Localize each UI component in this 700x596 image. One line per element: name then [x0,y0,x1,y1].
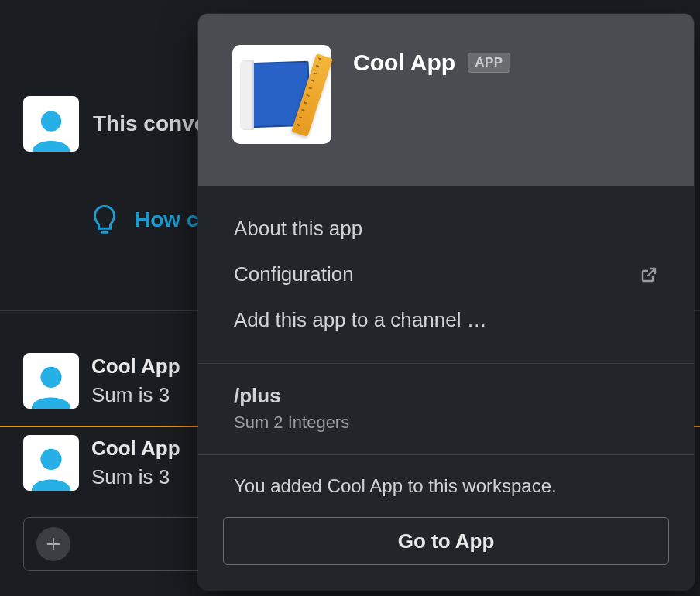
added-info: You added Cool App to this workspace. [198,458,694,503]
app-title-row: Cool App APP [353,45,510,76]
svg-point-3 [40,449,61,470]
message-sender[interactable]: Cool App [91,355,180,378]
menu-configuration[interactable]: Configuration [198,252,694,297]
person-avatar-icon [28,105,74,152]
message-text: Sum is 3 [91,383,180,407]
message-body: Cool App Sum is 3 [91,353,180,407]
blueprint-ruler-icon [245,57,319,132]
message-avatar [23,435,79,491]
menu-item-label: About this app [234,217,362,241]
message-sender[interactable]: Cool App [91,437,180,461]
menu-about-app[interactable]: About this app [198,206,694,252]
external-link-icon [640,265,658,284]
person-avatar-icon [27,361,75,409]
go-to-app-button[interactable]: Go to App [223,517,669,565]
message-text: Sum is 3 [91,465,180,489]
app-badge: APP [468,53,510,73]
how-hint-text: How c [135,207,198,232]
slash-command-block[interactable]: /plus Sum 2 Integers [198,367,694,451]
intro-avatar [23,96,79,152]
command-description: Sum 2 Integers [234,413,658,433]
menu-item-label: Configuration [234,262,354,286]
message-avatar [23,353,79,409]
plus-icon [45,536,62,553]
lightbulb-icon [93,204,116,235]
conversation-intro: This conve [23,96,206,152]
message-row[interactable]: Cool App Sum is 3 [23,353,180,409]
app-icon [232,45,331,144]
app-title: Cool App [353,50,455,76]
menu-add-to-channel[interactable]: Add this app to a channel … [198,297,694,343]
composer-plus-button[interactable] [36,527,70,561]
svg-point-0 [41,111,61,132]
message-body: Cool App Sum is 3 [91,435,180,489]
added-text: You added Cool App to this workspace. [234,475,658,497]
intro-text: This conve [93,111,206,136]
go-to-app-wrap: Go to App [198,503,694,590]
how-hint[interactable]: How c [93,204,198,235]
app-details-popover: Cool App APP About this app Configuratio… [198,14,694,590]
menu-item-label: Add this app to a channel … [234,308,487,332]
popover-menu: About this app Configuration Add this ap… [198,186,694,360]
popover-header: Cool App APP [198,14,694,186]
svg-point-2 [40,367,61,388]
command-name: /plus [234,384,658,408]
person-avatar-icon [27,443,75,491]
message-row[interactable]: Cool App Sum is 3 [23,435,180,491]
separator [198,454,694,455]
separator [198,363,694,364]
